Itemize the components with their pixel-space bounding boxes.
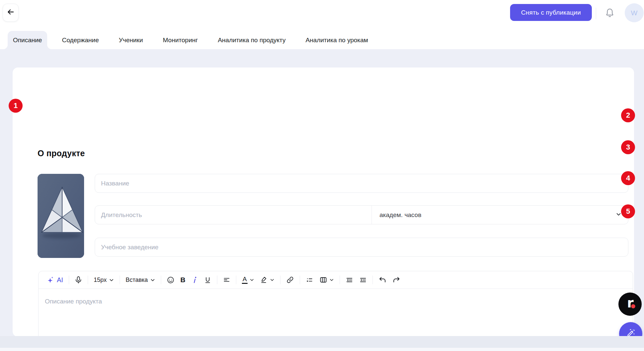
insert-label: Вставка	[126, 277, 148, 284]
tab-lesson-analytics[interactable]: Аналитика по урокам	[300, 31, 373, 49]
description-textarea[interactable]: Описание продукта	[39, 289, 633, 343]
annotation-badge-5: 5	[621, 204, 635, 218]
underline-icon	[204, 276, 211, 284]
description-editor: AI 15px	[38, 271, 633, 343]
align-button[interactable]	[220, 274, 233, 286]
annotation-badge-1: 1	[9, 99, 23, 113]
chevron-down-icon	[270, 278, 274, 282]
columns-icon	[319, 276, 327, 284]
insert-menu-button[interactable]: Вставка	[123, 274, 158, 286]
annotation-badge-2: 2	[621, 108, 635, 122]
tab-students[interactable]: Ученики	[113, 31, 148, 49]
arrow-left-icon	[7, 8, 15, 17]
back-button[interactable]	[3, 4, 19, 22]
bold-icon: B	[180, 276, 185, 284]
italic-button[interactable]	[188, 274, 201, 286]
ai-label: AI	[57, 276, 63, 284]
text-color-button[interactable]: A	[239, 274, 257, 286]
indent-increase-button[interactable]	[356, 274, 370, 286]
indent-decrease-button[interactable]	[343, 274, 356, 286]
voice-input-button[interactable]	[72, 274, 85, 286]
align-left-icon	[223, 276, 230, 284]
undo-button[interactable]	[376, 274, 389, 286]
header-divider	[596, 8, 596, 19]
duration-unit-select[interactable]: академ. часов	[372, 206, 628, 224]
undo-icon	[378, 276, 386, 284]
chevron-down-icon	[150, 278, 155, 283]
toolbar-divider	[280, 276, 280, 284]
avatar[interactable]: W	[625, 3, 644, 22]
annotation-badge-4: 4	[621, 171, 635, 185]
redo-icon	[392, 276, 400, 284]
chevron-down-icon	[250, 278, 254, 282]
smiley-icon	[167, 276, 174, 284]
school-field	[95, 238, 628, 257]
top-bar: Снять с публикации W	[0, 0, 644, 28]
toolbar-divider	[120, 276, 120, 284]
highlight-color-button[interactable]	[257, 274, 277, 286]
chat-widget-button[interactable]: r	[618, 292, 642, 316]
tab-product-analytics[interactable]: Аналитика по продукту	[212, 31, 291, 49]
microphone-icon	[75, 276, 82, 284]
toolbar-divider	[236, 276, 236, 284]
about-product-card: О продукте	[13, 67, 634, 337]
name-field	[95, 174, 628, 193]
tab-content[interactable]: Содержание	[56, 31, 104, 49]
product-cover-image[interactable]	[38, 174, 84, 258]
toolbar-divider	[161, 276, 161, 284]
toolbar-divider	[217, 276, 217, 284]
scrollbar-track[interactable]	[0, 347, 644, 351]
emoji-button[interactable]	[164, 274, 177, 286]
bold-button[interactable]: B	[177, 274, 188, 286]
duration-unit-value: академ. часов	[379, 211, 421, 219]
tabs-bar: Описание Содержание Ученики Мониторинг А…	[0, 28, 644, 49]
avatar-initial: W	[631, 9, 638, 17]
editor-toolbar: AI 15px	[39, 271, 633, 289]
link-button[interactable]	[283, 274, 297, 286]
link-icon	[286, 276, 294, 284]
bell-icon	[605, 8, 615, 20]
toolbar-divider	[373, 276, 373, 284]
redo-button[interactable]	[389, 274, 403, 286]
annotation-badge-3: 3	[621, 140, 635, 154]
italic-icon	[191, 276, 198, 284]
duration-input[interactable]	[95, 206, 372, 224]
bullet-list-button[interactable]	[303, 274, 316, 286]
unpublish-button[interactable]: Снять с публикации	[510, 4, 592, 21]
toolbar-divider	[69, 276, 69, 284]
tab-description[interactable]: Описание	[8, 31, 47, 49]
sparkle-icon	[47, 276, 55, 284]
columns-layout-button[interactable]	[316, 274, 337, 286]
chevron-down-icon	[109, 278, 114, 283]
brand-logo-icon: r	[618, 292, 642, 316]
school-input[interactable]	[95, 238, 628, 256]
tab-monitoring[interactable]: Мониторинг	[158, 31, 203, 49]
chevron-down-icon	[616, 211, 621, 219]
text-color-icon: A	[242, 276, 248, 284]
indent-increase-icon	[359, 276, 367, 284]
toolbar-divider	[340, 276, 340, 284]
highlighter-icon	[260, 276, 268, 284]
notifications-button[interactable]	[604, 7, 616, 20]
page-title: О продукте	[38, 149, 85, 158]
toolbar-divider	[300, 276, 300, 284]
indent-decrease-icon	[346, 276, 353, 284]
bullet-list-icon	[306, 276, 313, 284]
page-bottom-shade	[0, 336, 644, 347]
underline-button[interactable]	[201, 274, 214, 286]
chevron-down-icon	[329, 278, 334, 282]
toolbar-divider	[88, 276, 88, 284]
ai-assistant-button[interactable]: AI	[44, 274, 66, 286]
font-size-select[interactable]: 15px	[91, 274, 117, 286]
course-editor-page: Снять с публикации W Описание Содержание…	[0, 0, 644, 351]
font-size-value: 15px	[94, 277, 107, 284]
duration-field: академ. часов	[95, 205, 628, 224]
name-input[interactable]	[95, 174, 628, 192]
